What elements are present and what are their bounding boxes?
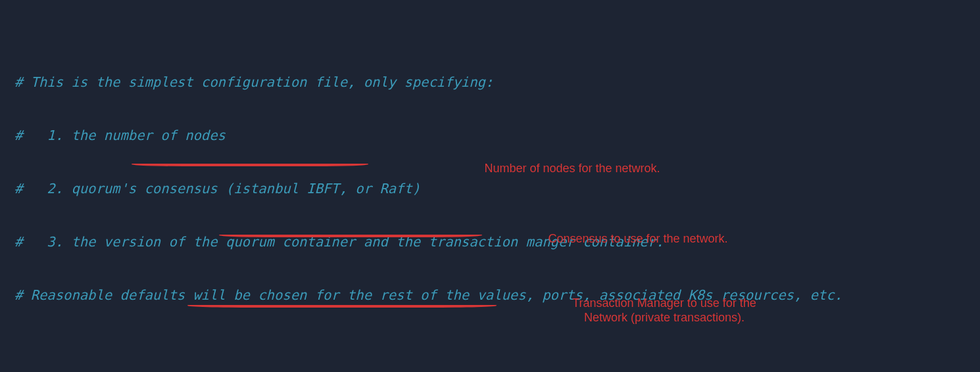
code-editor-viewport[interactable]: # This is the simplest configuration fil…	[0, 0, 980, 372]
code-line: # 2. quorum's consensus (istanbul IBFT, …	[0, 180, 980, 198]
annotation-line-icon	[132, 164, 368, 166]
code-line: # 1. the number of nodes	[0, 127, 980, 145]
annotation-text: Number of nodes for the netwrok.	[441, 161, 704, 175]
annotation-line-icon	[187, 305, 497, 308]
code-line: # Reasonable defaults will be chosen for…	[0, 287, 980, 304]
code-line: # This is the simplest configuration fil…	[0, 74, 980, 91]
code-line	[0, 340, 980, 358]
code-line: # 3. the version of the quorum container…	[0, 233, 980, 251]
